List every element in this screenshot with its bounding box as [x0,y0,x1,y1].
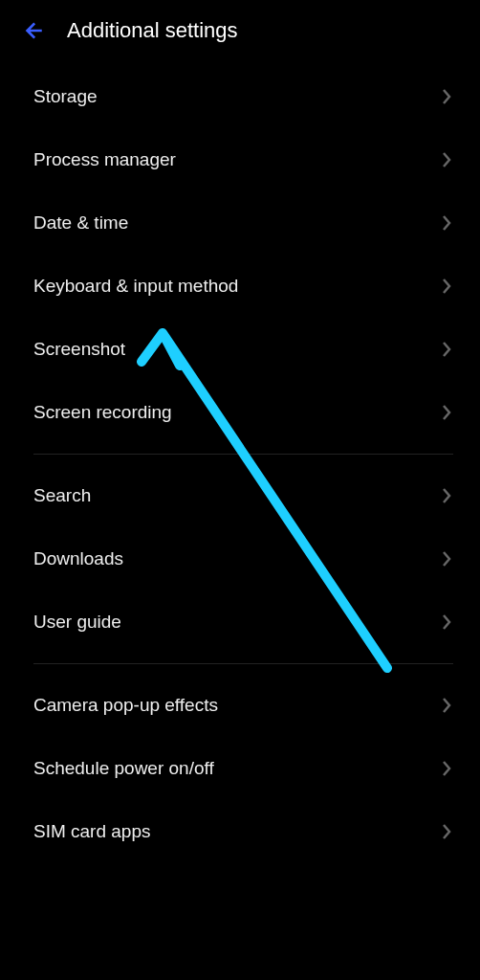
settings-item-schedule-power-onoff[interactable]: Schedule power on/off [0,737,480,800]
settings-item-label: Screenshot [33,339,125,360]
settings-item-process-manager[interactable]: Process manager [0,128,480,191]
back-icon[interactable] [19,17,46,44]
settings-item-keyboard-input-method[interactable]: Keyboard & input method [0,255,480,318]
chevron-right-icon [440,821,453,842]
settings-item-label: Search [33,485,91,506]
settings-item-camera-popup-effects[interactable]: Camera pop-up effects [0,674,480,737]
settings-item-label: Keyboard & input method [33,276,238,297]
settings-item-label: SIM card apps [33,821,151,842]
chevron-right-icon [440,695,453,716]
settings-item-sim-card-apps[interactable]: SIM card apps [0,800,480,863]
settings-item-storage[interactable]: Storage [0,65,480,128]
settings-item-label: Process manager [33,149,176,170]
settings-item-label: Storage [33,86,98,107]
settings-item-label: Camera pop-up effects [33,695,218,716]
settings-item-label: Schedule power on/off [33,758,214,779]
chevron-right-icon [440,548,453,569]
page-title: Additional settings [67,18,238,43]
settings-item-label: User guide [33,612,121,633]
divider [33,663,453,664]
chevron-right-icon [440,86,453,107]
settings-item-label: Screen recording [33,402,172,423]
chevron-right-icon [440,758,453,779]
chevron-right-icon [440,212,453,234]
settings-item-label: Downloads [33,548,123,569]
settings-item-date-time[interactable]: Date & time [0,191,480,255]
settings-item-screen-recording[interactable]: Screen recording [0,381,480,444]
chevron-right-icon [440,485,453,506]
divider [33,454,453,455]
chevron-right-icon [440,339,453,360]
settings-item-search[interactable]: Search [0,464,480,527]
settings-item-screenshot[interactable]: Screenshot [0,318,480,381]
settings-item-user-guide[interactable]: User guide [0,590,480,654]
chevron-right-icon [440,276,453,297]
settings-item-downloads[interactable]: Downloads [0,527,480,590]
settings-item-label: Date & time [33,212,128,234]
chevron-right-icon [440,149,453,170]
header: Additional settings [0,0,480,65]
chevron-right-icon [440,402,453,423]
settings-list: Storage Process manager Date & time Keyb… [0,65,480,863]
chevron-right-icon [440,612,453,633]
